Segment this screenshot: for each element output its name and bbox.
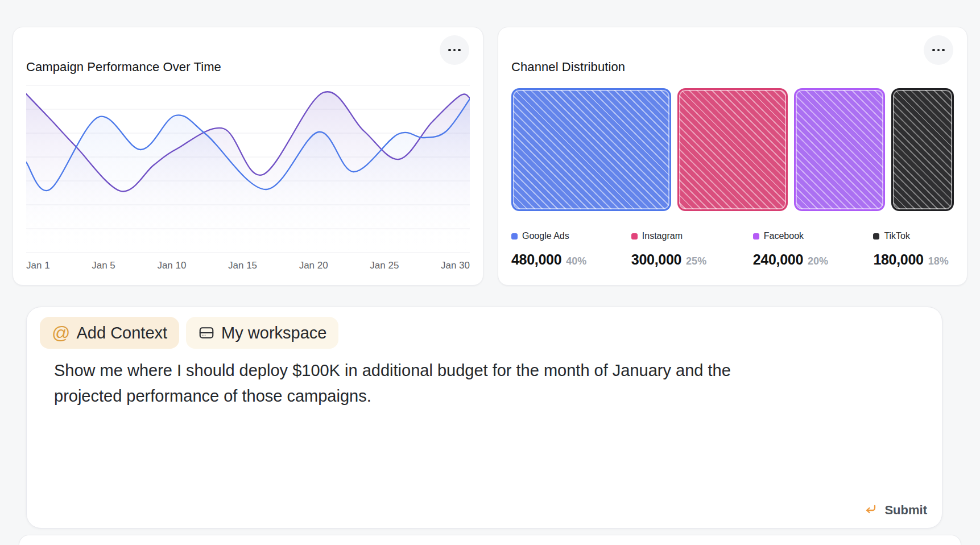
channel-block-tiktok[interactable] <box>891 88 954 211</box>
campaign-performance-title: Campaign Performance Over Time <box>26 59 470 75</box>
campaign-performance-card: Campaign Performance Over Time Jan 1Jan … <box>13 27 483 286</box>
performance-line-chart <box>26 80 470 253</box>
legend-item-instagram: Instagram <box>631 231 753 241</box>
x-tick-jan-5: Jan 5 <box>92 260 115 272</box>
channel-value-number: 180,000 <box>873 251 923 268</box>
inbox-drive-icon <box>198 324 215 341</box>
channel-distribution-card: Channel Distribution Google AdsInstagram… <box>498 27 967 286</box>
ellipsis-icon <box>458 49 461 52</box>
my-workspace-label: My workspace <box>221 324 326 342</box>
legend-label: Instagram <box>642 231 683 241</box>
channel-value-number: 300,000 <box>631 251 681 268</box>
next-card-top-edge <box>19 535 961 545</box>
x-tick-jan-1: Jan 1 <box>26 260 50 272</box>
prompt-text[interactable]: Show me where I should deploy $100K in a… <box>54 358 793 409</box>
legend-swatch-facebook <box>753 233 759 240</box>
x-axis-labels: Jan 1Jan 5Jan 10Jan 15Jan 20Jan 25Jan 30 <box>26 260 470 272</box>
legend-label: Facebook <box>764 231 804 241</box>
channel-block-instagram[interactable] <box>677 88 788 211</box>
x-tick-jan-20: Jan 20 <box>299 260 328 272</box>
add-context-label: Add Context <box>76 324 167 342</box>
x-tick-jan-15: Jan 15 <box>228 260 257 272</box>
channel-value-percent: 20% <box>808 255 828 267</box>
ellipsis-icon <box>937 49 940 52</box>
channel-values: 480,00040%300,00025%240,00020%180,00018% <box>511 251 954 268</box>
submit-button[interactable]: Submit <box>864 502 927 518</box>
channel-value-tiktok: 180,00018% <box>873 251 954 268</box>
composer-pills: @ Add Context My workspace <box>40 317 929 349</box>
legend-swatch-google-ads <box>511 233 518 240</box>
dashboard-cards-row: Campaign Performance Over Time Jan 1Jan … <box>13 27 967 286</box>
legend-item-facebook: Facebook <box>753 231 874 241</box>
ellipsis-icon <box>932 49 935 52</box>
legend-swatch-tiktok <box>873 233 879 240</box>
distribution-card-menu-button[interactable] <box>924 35 953 65</box>
channel-value-number: 480,000 <box>511 251 561 268</box>
submit-label: Submit <box>884 503 927 518</box>
channel-distribution-title: Channel Distribution <box>511 59 954 75</box>
x-tick-jan-30: Jan 30 <box>441 260 470 272</box>
channel-legend: Google AdsInstagramFacebookTikTok <box>511 231 954 241</box>
legend-item-tiktok: TikTok <box>873 231 954 241</box>
channel-value-percent: 40% <box>566 255 586 267</box>
channel-block-google-ads[interactable] <box>511 88 671 211</box>
line-chart-svg <box>26 80 470 253</box>
x-tick-jan-10: Jan 10 <box>157 260 186 272</box>
return-arrow-icon <box>864 502 878 518</box>
channel-value-google-ads: 480,00040% <box>511 251 631 268</box>
my-workspace-button[interactable]: My workspace <box>186 317 338 349</box>
campaign-card-menu-button[interactable] <box>440 35 469 65</box>
legend-label: Google Ads <box>522 231 569 241</box>
add-context-button[interactable]: @ Add Context <box>40 317 179 349</box>
channel-value-number: 240,000 <box>753 251 803 268</box>
channel-block-facebook[interactable] <box>794 88 885 211</box>
channel-blocks <box>511 88 954 211</box>
legend-label: TikTok <box>884 231 910 241</box>
ellipsis-icon <box>942 49 945 52</box>
channel-value-facebook: 240,00020% <box>753 251 874 268</box>
x-tick-jan-25: Jan 25 <box>370 260 399 272</box>
channel-value-percent: 25% <box>686 255 706 267</box>
ellipsis-icon <box>448 49 451 52</box>
legend-swatch-instagram <box>631 233 638 240</box>
prompt-composer[interactable]: @ Add Context My workspace Show me where… <box>26 307 942 529</box>
ellipsis-icon <box>453 49 456 52</box>
channel-value-percent: 18% <box>928 255 949 267</box>
at-icon: @ <box>52 324 70 342</box>
channel-value-instagram: 300,00025% <box>631 251 753 268</box>
legend-item-google-ads: Google Ads <box>511 231 631 241</box>
